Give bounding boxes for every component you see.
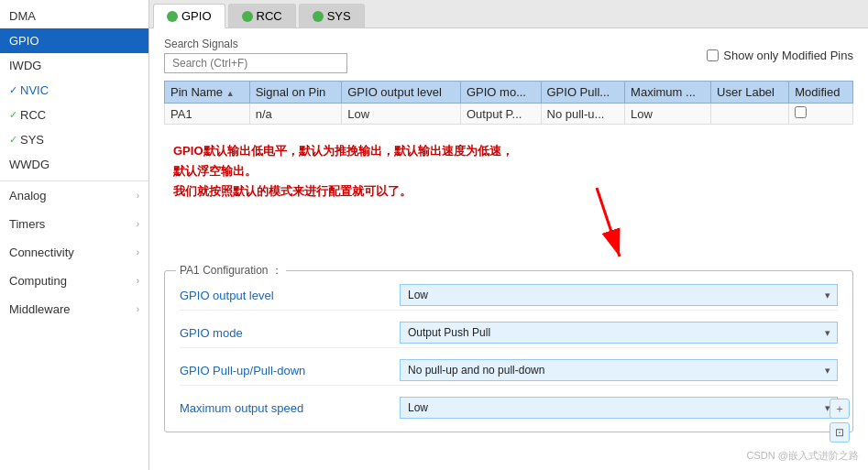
col-gpio-mode[interactable]: GPIO mo... xyxy=(460,82,541,104)
cell-pin-name: PA1 xyxy=(165,104,250,125)
tab-icon-sys xyxy=(313,11,324,22)
watermark: CSDN @嵌入式进阶之路 xyxy=(747,449,859,463)
sidebar: DMA GPIO IWDG ✓ NVIC ✓ RCC ✓ SYS WWDG An… xyxy=(0,0,149,470)
sort-arrow-icon: ▲ xyxy=(226,89,235,98)
sidebar-section-middleware[interactable]: Middleware › xyxy=(0,295,148,323)
col-modified[interactable]: Modified xyxy=(789,82,853,104)
chevron-right-icon: › xyxy=(137,276,139,286)
config-section: PA1 Configuration ： GPIO output level Lo… xyxy=(164,270,853,432)
cell-gpio-mode: Output P... xyxy=(460,104,541,125)
select-wrapper-gpio-output-level: Low High ▾ xyxy=(400,284,838,306)
config-label-gpio-output-level: GPIO output level xyxy=(180,289,400,302)
config-legend: PA1 Configuration ： xyxy=(176,263,286,279)
sidebar-item-rcc[interactable]: ✓ RCC xyxy=(0,103,148,127)
sidebar-item-sys[interactable]: ✓ SYS xyxy=(0,127,148,152)
tab-sys[interactable]: SYS xyxy=(299,4,365,27)
chevron-right-icon: › xyxy=(137,219,139,229)
sidebar-section-analog[interactable]: Analog › xyxy=(0,181,148,210)
col-maximum[interactable]: Maximum ... xyxy=(625,82,711,104)
scroll-down-button[interactable]: ⊡ xyxy=(830,422,850,443)
pin-table: Pin Name ▲ Signal on Pin GPIO output lev… xyxy=(164,81,853,125)
sidebar-item-iwdg[interactable]: IWDG xyxy=(0,53,148,78)
config-label-gpio-mode: GPIO mode xyxy=(180,326,400,340)
annotation-area: GPIO默认输出低电平，默认为推挽输出，默认输出速度为低速， 默认浮空输出。 我… xyxy=(164,132,853,215)
sidebar-item-nvic[interactable]: ✓ NVIC xyxy=(0,78,148,103)
config-row-gpio-pull: GPIO Pull-up/Pull-down No pull-up and no… xyxy=(180,355,838,386)
col-user-label[interactable]: User Label xyxy=(711,82,789,104)
cell-gpio-output-level: Low xyxy=(342,104,461,125)
search-area: Search Signals Show only Modified Pins xyxy=(164,38,853,73)
cell-modified xyxy=(789,104,853,125)
sidebar-item-wwdg[interactable]: WWDG xyxy=(0,152,148,177)
tab-icon-rcc xyxy=(242,11,253,22)
tab-icon-gpio xyxy=(167,11,178,22)
search-input[interactable] xyxy=(164,53,347,73)
annotation-text: GPIO默认输出低电平，默认为推挽输出，默认输出速度为低速， 默认浮空输出。 我… xyxy=(173,141,853,202)
scroll-up-button[interactable]: ＋ xyxy=(830,399,850,419)
scroll-buttons: ＋ ⊡ xyxy=(830,399,850,443)
col-signal-on-pin[interactable]: Signal on Pin xyxy=(249,82,342,104)
cell-maximum: Low xyxy=(625,104,711,125)
cell-gpio-pull: No pull-u... xyxy=(541,104,625,125)
col-pin-name[interactable]: Pin Name ▲ xyxy=(165,82,250,104)
config-label-max-speed: Maximum output speed xyxy=(180,401,400,415)
sidebar-section-connectivity[interactable]: Connectivity › xyxy=(0,238,148,267)
select-gpio-output-level[interactable]: Low High xyxy=(400,284,838,306)
main-content: GPIO RCC SYS Search Signals Show only Mo… xyxy=(149,0,868,470)
col-gpio-output-level[interactable]: GPIO output level xyxy=(342,82,461,104)
select-max-speed[interactable]: Low Medium High xyxy=(400,397,838,419)
select-wrapper-max-speed: Low Medium High ▾ xyxy=(400,397,838,419)
config-label-gpio-pull: GPIO Pull-up/Pull-down xyxy=(180,364,400,377)
sidebar-section-computing[interactable]: Computing › xyxy=(0,267,148,295)
tab-bar: GPIO RCC SYS xyxy=(149,0,868,28)
sidebar-item-gpio[interactable]: GPIO xyxy=(0,28,148,53)
search-label: Search Signals xyxy=(164,38,347,50)
select-wrapper-gpio-pull: No pull-up and no pull-down Pull-up Pull… xyxy=(400,359,838,381)
sidebar-item-dma[interactable]: DMA xyxy=(0,4,148,28)
chevron-right-icon: › xyxy=(137,247,139,257)
svg-line-1 xyxy=(597,188,620,257)
red-arrow-icon xyxy=(569,179,643,270)
show-modified-checkbox[interactable] xyxy=(707,49,719,61)
config-row-max-speed: Maximum output speed Low Medium High ▾ xyxy=(180,393,838,422)
chevron-right-icon: › xyxy=(137,304,139,314)
tab-rcc[interactable]: RCC xyxy=(228,4,296,27)
config-row-gpio-output-level: GPIO output level Low High ▾ xyxy=(180,280,838,311)
select-wrapper-gpio-mode: Output Push Pull Output Open Drain ▾ xyxy=(400,322,838,344)
tab-gpio[interactable]: GPIO xyxy=(153,4,225,28)
table-row: PA1 n/a Low Output P... No pull-u... Low xyxy=(165,104,853,125)
config-row-gpio-mode: GPIO mode Output Push Pull Output Open D… xyxy=(180,318,838,348)
col-gpio-pull[interactable]: GPIO Pull... xyxy=(541,82,625,104)
select-gpio-pull[interactable]: No pull-up and no pull-down Pull-up Pull… xyxy=(400,359,838,381)
cell-signal-on-pin: n/a xyxy=(249,104,342,125)
select-gpio-mode[interactable]: Output Push Pull Output Open Drain xyxy=(400,322,838,344)
cell-user-label xyxy=(711,104,789,125)
sidebar-section-timers[interactable]: Timers › xyxy=(0,210,148,238)
modified-checkbox[interactable] xyxy=(795,106,807,118)
content-area: Search Signals Show only Modified Pins P… xyxy=(149,28,868,470)
chevron-right-icon: › xyxy=(137,191,139,201)
show-modified-label[interactable]: Show only Modified Pins xyxy=(707,49,853,62)
